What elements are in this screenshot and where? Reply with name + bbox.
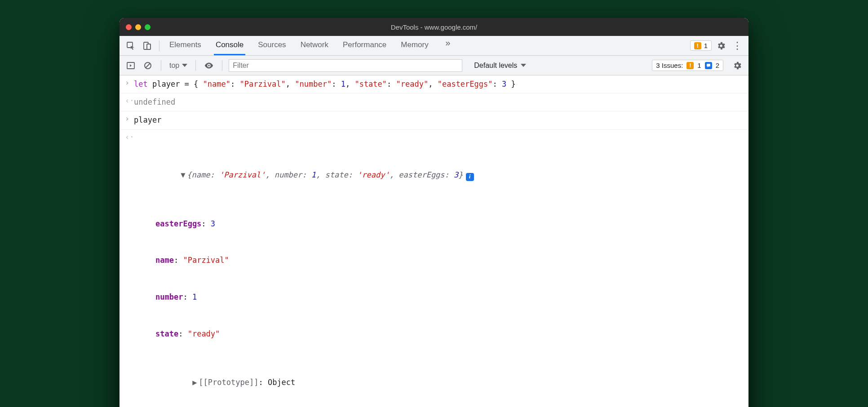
disclosure-triangle-open-icon[interactable]: ▼ [180, 169, 186, 181]
panel-tabs: Elements Console Sources Network Perform… [168, 36, 455, 55]
object-property[interactable]: easterEggs: 3 [134, 218, 743, 230]
more-tabs-icon[interactable]: » [441, 36, 455, 49]
log-level-label: Default levels [474, 62, 517, 70]
separator [195, 60, 196, 71]
chevron-down-icon [182, 64, 187, 67]
device-toolbar-icon[interactable] [140, 39, 154, 53]
context-selector[interactable]: top [168, 62, 189, 70]
undefined-result: undefined [134, 96, 743, 108]
issues-button[interactable]: 3 Issues: ! 1 2 [652, 60, 723, 71]
chevron-down-icon [521, 64, 526, 67]
devtools-window: DevTools - www.google.com/ Elements Cons… [120, 18, 748, 407]
object-property[interactable]: state: "ready" [134, 328, 743, 340]
console-output-row: ‹· ▼{name: 'Parzival', number: 1, state:… [120, 130, 748, 407]
sidebar-toggle-icon[interactable] [124, 59, 137, 72]
inspect-element-icon[interactable] [124, 39, 137, 53]
clear-console-icon[interactable] [141, 59, 155, 72]
warnings-count: 1 [704, 42, 708, 49]
console-output: › let player = { "name": "Parzival", "nu… [120, 75, 748, 407]
svg-line-6 [146, 63, 150, 68]
live-expression-icon[interactable] [202, 59, 216, 72]
warning-icon: ! [686, 62, 694, 69]
input-chevron-icon: › [125, 114, 134, 123]
titlebar: DevTools - www.google.com/ [120, 18, 748, 36]
console-input-row: › let player = { "name": "Parzival", "nu… [120, 75, 748, 93]
info-badge-icon[interactable]: i [466, 173, 474, 181]
tab-memory[interactable]: Memory [399, 36, 430, 55]
input-chevron-icon: › [125, 78, 134, 87]
console-input-row: › player [120, 111, 748, 129]
console-toolbar: top Default levels 3 Issues: ! 1 2 [120, 56, 748, 75]
info-icon [705, 62, 712, 69]
separator [159, 40, 159, 51]
window-title: DevTools - www.google.com/ [120, 23, 748, 31]
kebab-menu-icon[interactable]: ⋮ [731, 39, 744, 53]
tab-performance[interactable]: Performance [341, 36, 388, 55]
output-chevron-icon: ‹· [125, 96, 134, 105]
tab-sources[interactable]: Sources [256, 36, 288, 55]
main-toolbar: Elements Console Sources Network Perform… [120, 36, 748, 56]
warnings-badge[interactable]: ! 1 [690, 40, 712, 51]
console-output-row: ‹· undefined [120, 93, 748, 111]
output-chevron-icon: ‹· [125, 133, 134, 142]
separator [222, 60, 222, 71]
context-label: top [169, 62, 179, 70]
disclosure-triangle-closed-icon[interactable]: ▶ [191, 376, 198, 389]
svg-rect-7 [707, 64, 710, 66]
object-result: ▼{name: 'Parzival', number: 1, state: 'r… [134, 133, 743, 407]
svg-rect-2 [147, 44, 151, 49]
filter-input[interactable] [229, 59, 462, 72]
object-preview-line[interactable]: ▼{name: 'Parzival', number: 1, state: 'r… [134, 157, 743, 194]
separator [161, 60, 161, 71]
tab-elements[interactable]: Elements [168, 36, 203, 55]
object-property[interactable]: number: 1 [134, 291, 743, 303]
object-property[interactable]: name: "Parzival" [134, 254, 743, 266]
object-prototype[interactable]: ▶[[Prototype]]: Object [134, 364, 743, 401]
warning-icon: ! [694, 42, 701, 49]
settings-icon[interactable] [714, 39, 728, 53]
tab-console[interactable]: Console [214, 36, 245, 55]
console-code[interactable]: player [134, 114, 743, 126]
console-code[interactable]: let player = { "name": "Parzival", "numb… [134, 78, 743, 90]
issues-label: 3 Issues: [656, 62, 683, 69]
issues-warn-count: 1 [697, 62, 701, 69]
tab-network[interactable]: Network [299, 36, 330, 55]
issues-info-count: 2 [716, 62, 719, 69]
log-level-selector[interactable]: Default levels [474, 62, 526, 70]
console-settings-icon[interactable] [731, 59, 744, 72]
